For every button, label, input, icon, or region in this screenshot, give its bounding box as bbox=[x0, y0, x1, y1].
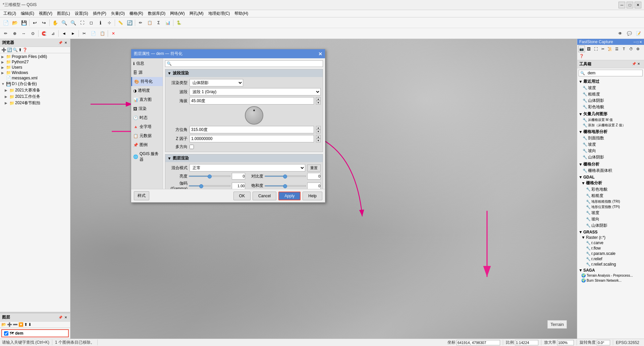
toolbox-item-rreliefscaling[interactable]: 🔧 r.relief.scaling bbox=[578, 262, 643, 267]
toolbox-item-roughness1[interactable]: 🔧 粗糙度 bbox=[578, 91, 643, 97]
toolbox-close-btn[interactable]: ✕ bbox=[637, 62, 642, 67]
zoom-layer-btn[interactable]: ◻ bbox=[87, 18, 96, 27]
toolbox-burn-stream[interactable]: 🌍 Burn Stream Network... bbox=[578, 278, 643, 283]
toolbox-item-setz[interactable]: 🔧 添加（从栅格设置 Z 值） bbox=[578, 123, 643, 128]
epsg-label[interactable]: EPSG:32652 bbox=[616, 340, 639, 345]
menu-web[interactable]: 网络(W) bbox=[168, 10, 186, 17]
toolbox-vector-section[interactable]: ▼ 矢量几何图形 bbox=[578, 111, 643, 117]
toolbox-item-aspect[interactable]: 🔧 坡向 bbox=[578, 148, 643, 154]
topology-btn[interactable]: ⊿ bbox=[49, 29, 57, 38]
nav-histogram[interactable]: 📊 直方图 bbox=[131, 95, 163, 104]
brightness-slider-thumb[interactable] bbox=[208, 175, 212, 179]
nav-info[interactable]: ℹ 信息 bbox=[131, 59, 163, 68]
zoom-out-btn[interactable]: 🔍 bbox=[69, 18, 77, 27]
menu-project[interactable]: 工程(J) bbox=[1, 10, 18, 17]
paste-btn[interactable]: 📋 bbox=[98, 29, 107, 38]
fs-settings-btn[interactable]: ⚙ bbox=[635, 46, 641, 52]
toolbox-item-rflow[interactable]: 🔧 r.flow bbox=[578, 246, 643, 251]
tree-item-2021-work[interactable]: ▶ 📁 2021工作任务 bbox=[1, 93, 69, 100]
tree-item-2021-contest[interactable]: ▶ 📁 2021大赛准备 bbox=[1, 87, 69, 93]
coordinate-input[interactable] bbox=[457, 340, 500, 345]
toolbox-item-slope1[interactable]: 🔧 坡度 bbox=[578, 85, 643, 91]
dialog-search-input[interactable] bbox=[173, 61, 323, 67]
faststone-max-btn[interactable]: □ bbox=[637, 40, 639, 44]
fs-window-btn[interactable]: 🖼 bbox=[585, 46, 592, 52]
altitude-up-btn[interactable]: ▲ bbox=[316, 97, 321, 101]
tree-item-python27[interactable]: ▶ 📁 Python27 bbox=[1, 59, 69, 65]
zfactor-down-btn[interactable]: ▼ bbox=[316, 139, 321, 142]
toolbox-item-rcarve[interactable]: 🔧 r.carve bbox=[578, 240, 643, 246]
nav-temporal[interactable]: 🕐 时态 bbox=[131, 113, 163, 122]
zoom-in-btn[interactable]: 🔍 bbox=[60, 18, 68, 27]
browser-close-btn[interactable]: ✕ bbox=[63, 41, 68, 45]
help-btn[interactable]: Help bbox=[303, 192, 322, 200]
nav-metadata[interactable]: 📋 元数据 bbox=[131, 131, 163, 140]
browser-up-btn[interactable]: ⬆ bbox=[18, 48, 22, 52]
tree-item-users[interactable]: ▶ 📁 Users bbox=[1, 65, 69, 70]
browser-add-btn[interactable]: ➕ bbox=[1, 48, 6, 52]
style-btn[interactable]: 样式 bbox=[134, 191, 149, 200]
faststone-min-btn[interactable]: ─ bbox=[634, 40, 636, 44]
toolbox-item-slope2[interactable]: 🔧 坡度 bbox=[578, 141, 643, 148]
toolbox-recent-section[interactable]: ▼ 最近用过 bbox=[578, 78, 643, 85]
tree-item-programfiles[interactable]: ▶ 📁 Program Files (x86) bbox=[1, 54, 69, 59]
add-feature-btn[interactable]: ⊕ bbox=[10, 29, 19, 38]
menu-vector[interactable]: 矢量(O) bbox=[109, 10, 127, 17]
fs-capture-active-btn[interactable]: 📷 bbox=[578, 46, 585, 52]
toolbox-item-colordem[interactable]: 🔧 彩色地貌 bbox=[578, 186, 643, 193]
layer-dem[interactable]: 🗺 dem bbox=[1, 329, 69, 337]
toolbox-grass-section[interactable]: ▼ GRASS bbox=[578, 229, 643, 235]
menu-plugins[interactable]: 插件(P) bbox=[91, 10, 108, 17]
toolbox-raster-terrain-section[interactable]: ▼ 栅格地形分析 bbox=[578, 129, 643, 135]
altitude-input[interactable] bbox=[190, 97, 314, 105]
open-project-btn[interactable]: 📂 bbox=[10, 18, 19, 27]
minimize-btn[interactable]: ─ bbox=[619, 2, 625, 8]
stats-btn[interactable]: 📊 bbox=[163, 18, 172, 27]
layers-open-btn[interactable]: 📂 bbox=[1, 322, 6, 327]
toolbox-grass-raster[interactable]: ▼ Raster (r.*) bbox=[578, 235, 643, 240]
menu-raster[interactable]: 栅格(R) bbox=[127, 10, 145, 17]
nav-legend[interactable]: 📌 图例 bbox=[131, 140, 163, 149]
dialog-close-icon[interactable]: ✕ bbox=[318, 51, 322, 57]
menu-processing[interactable]: 地理处理(C) bbox=[206, 10, 232, 17]
layers-remove-btn[interactable]: ➖ bbox=[13, 322, 18, 327]
toolbox-gdal-section[interactable]: ▼ GDAL bbox=[578, 175, 643, 180]
preview-btn[interactable]: 👁 bbox=[616, 29, 625, 38]
nav-source[interactable]: 🗄 源 bbox=[131, 68, 163, 77]
undo-btn[interactable]: ↩ bbox=[31, 18, 39, 27]
rotation-input[interactable] bbox=[597, 340, 610, 345]
nav-pyramid[interactable]: 🔺 全字塔 bbox=[131, 122, 163, 131]
select-btn[interactable]: ⊹ bbox=[105, 18, 114, 27]
layers-close-btn[interactable]: ✕ bbox=[63, 315, 68, 320]
azimuth-up-btn[interactable]: ▲ bbox=[316, 126, 321, 130]
redo-btn[interactable]: ↪ bbox=[40, 18, 48, 27]
toolbox-item-tpi[interactable]: 🔧 地形位置指数 (TPI) bbox=[578, 204, 643, 210]
fs-fullscreen-btn[interactable]: ⛶ bbox=[592, 46, 599, 52]
band-render-section-header[interactable]: ▼ 波段渲染 bbox=[165, 69, 323, 77]
azimuth-dial[interactable] bbox=[245, 106, 263, 125]
fs-region-btn[interactable]: ✂ bbox=[599, 46, 606, 52]
toolbox-item-setm[interactable]: 🔧 从栅格设置 M 值 bbox=[578, 117, 643, 123]
azimuth-input[interactable] bbox=[190, 126, 314, 133]
band-select[interactable]: 波段 1 (Gray) bbox=[190, 88, 321, 95]
menu-database[interactable]: 数据库(D) bbox=[146, 10, 168, 17]
zfactor-up-btn[interactable]: ▲ bbox=[316, 135, 321, 139]
layer-render-section-header[interactable]: ▼ 图层渲染 bbox=[165, 154, 323, 162]
browser-help-btn[interactable]: ❓ bbox=[22, 48, 28, 52]
contrast-input[interactable] bbox=[307, 173, 321, 180]
move-feature-btn[interactable]: ↔ bbox=[19, 29, 28, 38]
maximize-btn[interactable]: □ bbox=[627, 2, 633, 8]
new-project-btn[interactable]: 📄 bbox=[1, 18, 10, 27]
toolbox-item-hillshade3[interactable]: 🔧 山体阴影 bbox=[578, 222, 643, 229]
toolbox-item-colorrelief1[interactable]: 🔧 彩色地貌 bbox=[578, 104, 643, 110]
toolbox-terrain-analysis[interactable]: 🌍 Terrain Analysis - Preprocess... bbox=[578, 273, 643, 278]
toolbox-item-roughness2[interactable]: 🔧 粗糙度 bbox=[578, 193, 643, 199]
calculator-btn[interactable]: Σ bbox=[154, 18, 163, 27]
nav-qgis-server[interactable]: 🌐 QGIS 服务器 bbox=[131, 149, 163, 164]
measure-btn[interactable]: 📏 bbox=[116, 18, 125, 27]
identify-btn[interactable]: ℹ bbox=[96, 18, 105, 27]
nav-symbology[interactable]: 🎨 符号化 bbox=[131, 77, 163, 86]
fs-menu-btn[interactable]: ☰ bbox=[613, 46, 620, 52]
azimuth-down-btn[interactable]: ▼ bbox=[316, 130, 321, 133]
menu-mesh[interactable]: 网孔(M) bbox=[187, 10, 206, 17]
